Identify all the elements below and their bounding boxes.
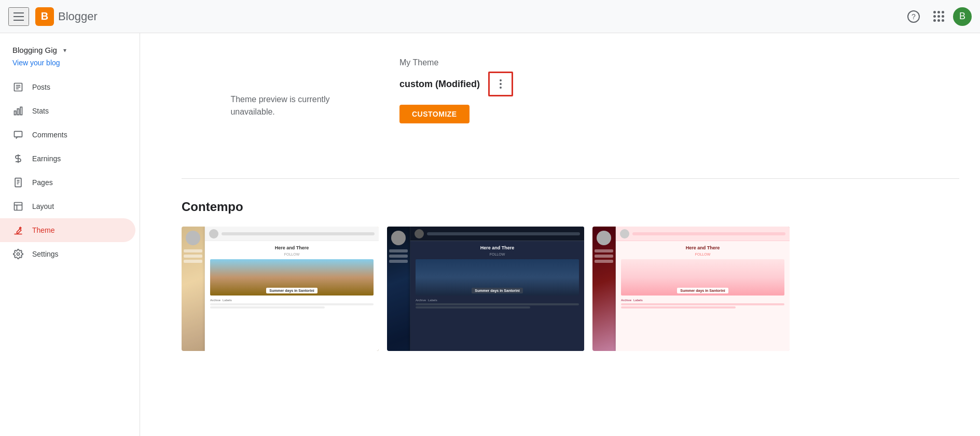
- theme-card-light[interactable]: Here and There FOLLOW Summer days in San…: [182, 227, 379, 351]
- theme-info: My Theme custom (Modified) CUSTOMIZE: [399, 54, 513, 123]
- contempo-title: Contempo: [182, 200, 959, 214]
- blogger-app-name: Blogger: [58, 10, 98, 23]
- blogger-logo-icon: B: [35, 7, 54, 26]
- hamburger-menu-button[interactable]: [8, 7, 29, 26]
- three-dot-icon: [500, 79, 502, 81]
- svg-point-16: [17, 253, 20, 256]
- my-theme-title: My Theme: [399, 58, 513, 67]
- svg-rect-7: [15, 131, 22, 137]
- posts-icon: [12, 81, 24, 93]
- main-layout: Blogging Gig ▾ View your blog Posts: [0, 0, 980, 436]
- earnings-icon: [12, 153, 24, 164]
- user-avatar-button[interactable]: B: [953, 7, 972, 26]
- view-blog-link[interactable]: View your blog: [0, 57, 140, 75]
- settings-label: Settings: [32, 250, 59, 258]
- topbar: B Blogger ? B: [0, 0, 980, 33]
- dropdown-arrow-icon: ▾: [63, 47, 66, 54]
- sidebar-item-posts[interactable]: Posts: [0, 75, 135, 99]
- theme-card-dark[interactable]: Here and There FOLLOW Summer days in San…: [387, 227, 584, 351]
- theme-icon: [12, 224, 24, 236]
- sidebar-item-layout[interactable]: Layout: [0, 194, 135, 218]
- stats-label: Stats: [32, 107, 49, 115]
- contempo-section: Contempo: [182, 200, 959, 351]
- my-theme-section: Theme preview is currently unavailable. …: [182, 54, 959, 179]
- theme-label: Theme: [32, 226, 55, 234]
- pages-icon: [12, 177, 24, 188]
- blog-selector[interactable]: Blogging Gig ▾: [0, 41, 140, 57]
- theme-options-button[interactable]: [488, 72, 513, 96]
- svg-rect-13: [15, 203, 22, 210]
- layout-label: Layout: [32, 202, 54, 210]
- earnings-label: Earnings: [32, 154, 61, 163]
- sidebar-item-pages[interactable]: Pages: [0, 171, 135, 194]
- blogger-logo: B Blogger: [35, 7, 98, 26]
- help-button[interactable]: ?: [903, 6, 924, 27]
- settings-icon: [12, 248, 24, 260]
- theme-preview-placeholder: Theme preview is currently unavailable.: [182, 54, 379, 158]
- sidebar-item-stats[interactable]: Stats: [0, 99, 135, 123]
- theme-name-row: custom (Modified): [399, 72, 513, 96]
- pages-label: Pages: [32, 178, 53, 187]
- customize-button[interactable]: CUSTOMIZE: [399, 105, 470, 123]
- blog-name: Blogging Gig: [12, 46, 57, 54]
- sidebar-item-comments[interactable]: Comments: [0, 123, 135, 147]
- comments-icon: [12, 129, 24, 140]
- theme-preview-text: Theme preview is currently unavailable.: [230, 93, 329, 118]
- sidebar-item-theme[interactable]: Theme: [0, 218, 135, 242]
- sidebar: Blogging Gig ▾ View your blog Posts: [0, 33, 140, 436]
- theme-subtitle: custom (Modified): [399, 79, 480, 90]
- comments-label: Comments: [32, 131, 67, 139]
- help-icon: ?: [907, 10, 920, 23]
- svg-rect-5: [17, 109, 19, 115]
- posts-label: Posts: [32, 83, 50, 91]
- svg-rect-6: [20, 107, 22, 115]
- svg-rect-4: [15, 111, 16, 115]
- grid-icon: [933, 11, 944, 22]
- theme-card-red[interactable]: Here and There FOLLOW Summer days in San…: [592, 227, 790, 351]
- three-dot-icon: [500, 87, 502, 89]
- sidebar-item-settings[interactable]: Settings: [0, 242, 135, 266]
- topbar-right: ? B: [903, 6, 972, 27]
- main-content: Theme preview is currently unavailable. …: [140, 33, 980, 436]
- themes-grid: Here and There FOLLOW Summer days in San…: [182, 227, 959, 351]
- topbar-left: B Blogger: [8, 7, 903, 26]
- sidebar-nav: Posts Stats Comments: [0, 75, 140, 266]
- layout-icon: [12, 201, 24, 212]
- apps-button[interactable]: [928, 6, 949, 27]
- sidebar-item-earnings[interactable]: Earnings: [0, 147, 135, 171]
- stats-icon: [12, 105, 24, 117]
- three-dot-icon: [500, 83, 502, 85]
